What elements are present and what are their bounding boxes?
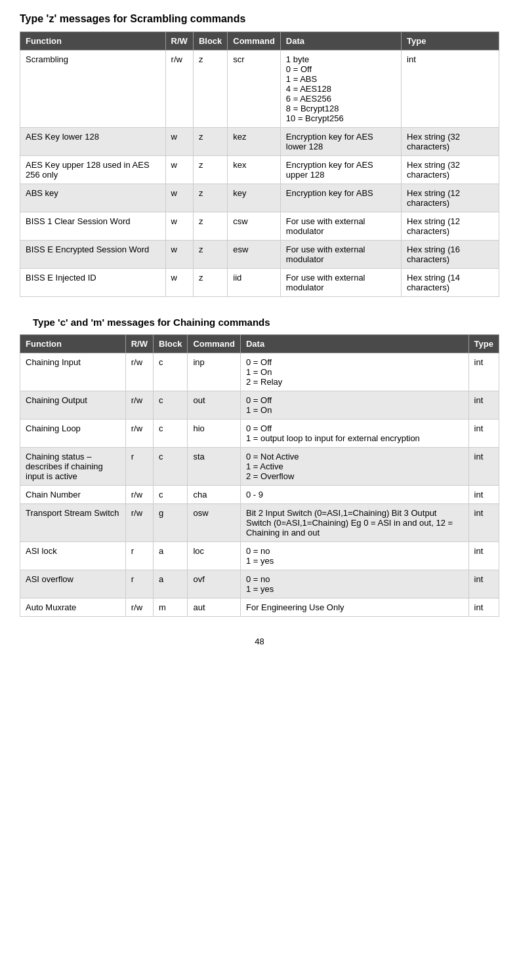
cell-block: z	[193, 184, 227, 212]
page-title: Type 'z' messages for Scrambling command…	[20, 13, 499, 25]
table-row: Chaining Outputr/wcout0 = Off 1 = Onint	[20, 391, 499, 420]
cell-block: c	[154, 353, 188, 391]
cell-command: cha	[188, 486, 241, 504]
cell-rw: w	[165, 269, 193, 297]
cell-block: z	[193, 156, 227, 184]
cell-function: Chaining Output	[20, 391, 126, 420]
cell-type: Hex string (12 characters)	[402, 184, 499, 212]
cell-command: osw	[188, 504, 241, 542]
cell-data: 0 - 9	[240, 486, 468, 504]
cell-command: scr	[228, 50, 281, 128]
cell-command: ovf	[188, 570, 241, 598]
cell-data: Encryption key for ABS	[280, 184, 401, 212]
cell-block: z	[193, 241, 227, 269]
cell-block: g	[154, 504, 188, 542]
cell-command: kex	[228, 156, 281, 184]
table-row: BISS E Encrypted Session WordwzeswFor us…	[20, 241, 499, 269]
table-row: Transport Stream Switchr/wgoswBit 2 Inpu…	[20, 504, 499, 542]
cell-function: BISS 1 Clear Session Word	[20, 212, 166, 241]
cell-function: ASI overflow	[20, 570, 126, 598]
cell-rw: r	[125, 570, 153, 598]
chaining-subtitle: Type 'c' and 'm' messages for Chaining c…	[33, 317, 499, 328]
table-row: AES Key lower 128wzkezEncryption key for…	[20, 128, 499, 156]
cell-function: Chaining status – describes if chaining …	[20, 448, 126, 486]
chaining-col-command: Command	[188, 335, 241, 353]
cell-type: int	[468, 420, 499, 448]
cell-data: 0 = Off 1 = output loop to input for ext…	[240, 420, 468, 448]
cell-data: For Engineering Use Only	[240, 598, 468, 617]
cell-command: iid	[228, 269, 281, 297]
cell-block: c	[154, 420, 188, 448]
cell-data: 0 = Not Active 1 = Active 2 = Overflow	[240, 448, 468, 486]
table-row: Auto Muxrater/wmautFor Engineering Use O…	[20, 598, 499, 617]
cell-type: Hex string (12 characters)	[402, 212, 499, 241]
cell-function: ASI lock	[20, 542, 126, 570]
scrambling-col-rw: R/W	[165, 32, 193, 50]
cell-block: z	[193, 128, 227, 156]
cell-data: Encryption key for AES upper 128	[280, 156, 401, 184]
cell-data: 0 = Off 1 = On 2 = Relay	[240, 353, 468, 391]
cell-function: Chain Number	[20, 486, 126, 504]
scrambling-table: Function R/W Block Command Data Type Scr…	[20, 31, 499, 297]
cell-function: Transport Stream Switch	[20, 504, 126, 542]
cell-type: Hex string (32 characters)	[402, 128, 499, 156]
chaining-col-rw: R/W	[125, 335, 153, 353]
table-row: Chaining Inputr/wcinp0 = Off 1 = On 2 = …	[20, 353, 499, 391]
cell-function: Chaining Input	[20, 353, 126, 391]
cell-type: int	[468, 504, 499, 542]
chaining-col-function: Function	[20, 335, 126, 353]
cell-rw: r/w	[125, 504, 153, 542]
chaining-col-block: Block	[154, 335, 188, 353]
cell-type: int	[468, 570, 499, 598]
cell-rw: r/w	[125, 420, 153, 448]
cell-data: For use with external modulator	[280, 241, 401, 269]
cell-rw: w	[165, 212, 193, 241]
cell-type: int	[468, 542, 499, 570]
table-row: Scramblingr/wzscr1 byte 0 = Off 1 = ABS …	[20, 50, 499, 128]
cell-command: aut	[188, 598, 241, 617]
scrambling-col-function: Function	[20, 32, 166, 50]
cell-rw: r/w	[125, 391, 153, 420]
scrambling-col-type: Type	[402, 32, 499, 50]
cell-data: 0 = no 1 = yes	[240, 542, 468, 570]
table-row: ASI lockraloc0 = no 1 = yesint	[20, 542, 499, 570]
cell-type: int	[468, 598, 499, 617]
cell-data: 0 = Off 1 = On	[240, 391, 468, 420]
cell-function: Auto Muxrate	[20, 598, 126, 617]
cell-command: out	[188, 391, 241, 420]
table-row: Chaining Loopr/wchio0 = Off 1 = output l…	[20, 420, 499, 448]
cell-block: a	[154, 570, 188, 598]
cell-type: int	[468, 391, 499, 420]
cell-function: BISS E Injected ID	[20, 269, 166, 297]
cell-block: c	[154, 391, 188, 420]
cell-rw: r	[125, 542, 153, 570]
table-row: ASI overflowraovf0 = no 1 = yesint	[20, 570, 499, 598]
cell-type: int	[468, 486, 499, 504]
cell-data: 0 = no 1 = yes	[240, 570, 468, 598]
cell-command: csw	[228, 212, 281, 241]
page-number: 48	[20, 637, 499, 646]
cell-block: c	[154, 448, 188, 486]
cell-function: AES Key upper 128 used in AES 256 only	[20, 156, 166, 184]
table-row: ABS keywzkeyEncryption key for ABSHex st…	[20, 184, 499, 212]
scrambling-col-block: Block	[193, 32, 227, 50]
cell-function: Chaining Loop	[20, 420, 126, 448]
cell-rw: r/w	[125, 486, 153, 504]
cell-command: loc	[188, 542, 241, 570]
cell-function: BISS E Encrypted Session Word	[20, 241, 166, 269]
cell-data: Encryption key for AES lower 128	[280, 128, 401, 156]
cell-block: z	[193, 269, 227, 297]
table-row: AES Key upper 128 used in AES 256 onlywz…	[20, 156, 499, 184]
cell-data: 1 byte 0 = Off 1 = ABS 4 = AES128 6 = AE…	[280, 50, 401, 128]
cell-rw: r	[125, 448, 153, 486]
cell-type: Hex string (14 characters)	[402, 269, 499, 297]
cell-block: m	[154, 598, 188, 617]
cell-function: AES Key lower 128	[20, 128, 166, 156]
scrambling-col-data: Data	[280, 32, 401, 50]
chaining-col-type: Type	[468, 335, 499, 353]
cell-rw: r/w	[125, 598, 153, 617]
cell-block: z	[193, 212, 227, 241]
cell-function: Scrambling	[20, 50, 166, 128]
cell-rw: w	[165, 156, 193, 184]
cell-block: c	[154, 486, 188, 504]
